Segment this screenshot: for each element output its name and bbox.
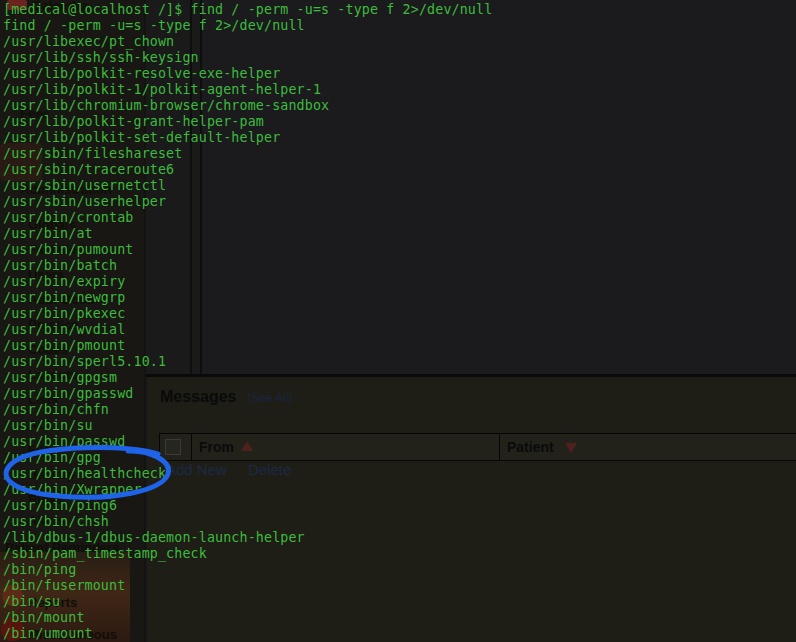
terminal-output-line: /bin/umount	[3, 626, 93, 642]
terminal-output-line: /bin/ping	[3, 562, 76, 578]
screen: CalendarFeesAdministrationGlobalsFacilit…	[0, 0, 796, 642]
terminal-output-line: find / -perm -u=s -type f 2>/dev/null	[3, 18, 305, 34]
terminal-output-line: /usr/bin/ping6	[3, 498, 117, 514]
terminal-output-line: /lib/dbus-1/dbus-daemon-launch-helper	[3, 530, 305, 546]
terminal-output-line: /usr/bin/gpgsm	[3, 370, 117, 386]
terminal-output-line: /usr/lib/polkit-set-default-helper	[3, 130, 280, 146]
terminal-output-line: /usr/lib/polkit-resolve-exe-helper	[3, 66, 280, 82]
terminal-output-line: /usr/libexec/pt_chown	[3, 34, 174, 50]
terminal-output-line: /usr/bin/crontab	[3, 210, 134, 226]
terminal-output-line: /bin/mount	[3, 610, 85, 626]
terminal-output-line: /usr/bin/expiry	[3, 274, 125, 290]
terminal-output-line: /usr/bin/gpasswd	[3, 386, 134, 402]
terminal-output-line: /sbin/pam_timestamp_check	[3, 546, 207, 562]
terminal-output-line: /usr/bin/chfn	[3, 402, 109, 418]
terminal-output-line: /usr/bin/pkexec	[3, 306, 125, 322]
terminal-output-line: /usr/sbin/fileshareset	[3, 146, 182, 162]
terminal-output-line: /usr/bin/wvdial	[3, 322, 125, 338]
terminal-window[interactable]: [medical@localhost /]$ find / -perm -u=s…	[0, 0, 796, 642]
terminal-output-line: /usr/lib/polkit-grant-helper-pam	[3, 114, 264, 130]
terminal-output-line: /usr/bin/gpg	[3, 450, 101, 466]
terminal-output-line: /usr/sbin/traceroute6	[3, 162, 174, 178]
terminal-output-line: /usr/bin/chsh	[3, 514, 109, 530]
terminal-output-line: /usr/bin/pumount	[3, 242, 134, 258]
terminal-output-line: /usr/bin/newgrp	[3, 290, 125, 306]
terminal-output-line: /bin/fusermount	[3, 578, 125, 594]
terminal-output-line: /usr/sbin/usernetctl	[3, 178, 166, 194]
terminal-output-line: /usr/sbin/userhelper	[3, 194, 166, 210]
terminal-output-line: /usr/bin/pmount	[3, 338, 125, 354]
terminal-output-line: /usr/bin/at	[3, 226, 93, 242]
terminal-output-line: /usr/lib/chromium-browser/chrome-sandbox	[3, 98, 329, 114]
terminal-output-line: /usr/bin/passwd	[3, 434, 125, 450]
terminal-output-line: /usr/lib/polkit-1/polkit-agent-helper-1	[3, 82, 321, 98]
terminal-output-line: /usr/bin/su	[3, 418, 93, 434]
terminal-output-line: /usr/lib/ssh/ssh-keysign	[3, 50, 199, 66]
terminal-output-line: /usr/bin/healthcheck	[3, 466, 166, 482]
terminal-output-line: /usr/bin/batch	[3, 258, 117, 274]
terminal-output-line: /usr/bin/sperl5.10.1	[3, 354, 166, 370]
terminal-prompt-line: [medical@localhost /]$ find / -perm -u=s…	[3, 2, 492, 18]
terminal-output-line: /usr/bin/Xwrapper	[3, 482, 142, 498]
terminal-output-line: /bin/su	[3, 594, 60, 610]
